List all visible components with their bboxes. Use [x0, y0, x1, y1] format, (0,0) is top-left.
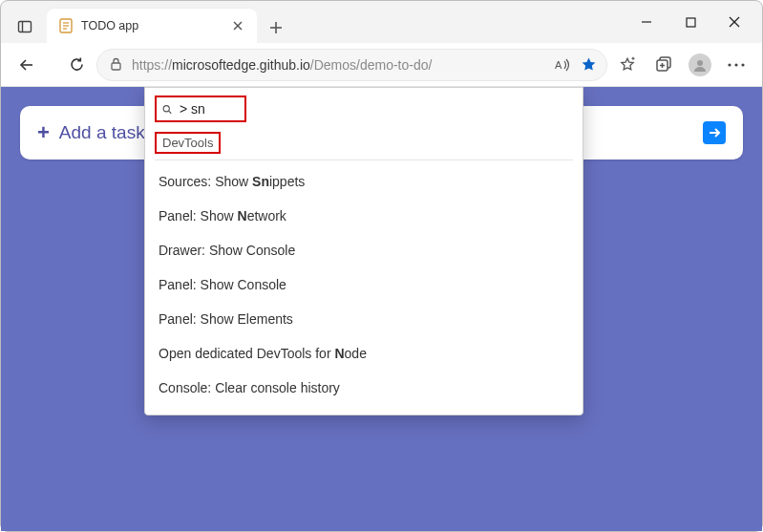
browser-toolbar: https://microsoftedge.github.io/Demos/de…	[1, 43, 762, 87]
tab-close-button[interactable]	[228, 16, 247, 35]
svg-text:A: A	[555, 59, 562, 71]
browser-window: TODO app https://microsoftedge.gith	[0, 0, 763, 532]
window-close-button[interactable]	[712, 7, 756, 37]
svg-point-22	[697, 60, 703, 66]
back-button[interactable]	[9, 49, 45, 81]
command-item[interactable]: Panel: Show Console	[155, 267, 573, 302]
refresh-icon	[69, 56, 85, 73]
command-section-label: DevTools	[155, 132, 221, 154]
add-task-label: Add a task	[59, 122, 145, 143]
separator	[155, 160, 573, 160]
svg-line-28	[169, 111, 172, 114]
refresh-button[interactable]	[58, 49, 95, 81]
lock-icon	[107, 57, 124, 72]
titlebar: TODO app	[1, 1, 762, 43]
svg-point-27	[163, 105, 169, 111]
minimize-icon	[641, 16, 652, 28]
page-viewport: + Add a task DevTools Sources: Show Snip…	[1, 87, 762, 531]
more-button[interactable]	[718, 49, 754, 81]
minimize-button[interactable]	[625, 7, 668, 37]
url-path: /Demos/demo-to-do/	[310, 57, 433, 73]
command-search-input[interactable]	[180, 101, 239, 117]
collections-button[interactable]	[646, 49, 682, 81]
star-filled-icon	[581, 56, 597, 73]
avatar-icon	[689, 53, 711, 76]
svg-point-23	[728, 63, 731, 66]
browser-tab[interactable]: TODO app	[47, 9, 257, 43]
command-item[interactable]: Panel: Show Elements	[155, 302, 573, 336]
address-bar-actions: A	[555, 56, 597, 73]
svg-rect-15	[112, 63, 120, 70]
command-item[interactable]: Console: Clear console history	[155, 371, 573, 405]
command-list: Sources: Show SnippetsPanel: Show Networ…	[155, 164, 573, 405]
close-icon	[729, 16, 740, 28]
url-host: microsoftedge.github.io	[172, 57, 310, 73]
tab-actions-icon	[17, 19, 32, 34]
address-bar[interactable]: https://microsoftedge.github.io/Demos/de…	[96, 49, 607, 81]
url-scheme: https://	[132, 57, 172, 73]
tab-favicon	[58, 18, 74, 33]
svg-rect-11	[687, 18, 695, 27]
add-task-button[interactable]: + Add a task	[37, 120, 145, 145]
favorites-button[interactable]	[609, 49, 646, 81]
plus-icon	[269, 21, 283, 34]
new-tab-button[interactable]	[261, 12, 291, 43]
command-item[interactable]: Sources: Show Snippets	[155, 164, 573, 199]
svg-point-25	[741, 63, 744, 66]
plus-icon: +	[37, 120, 50, 145]
favorite-button[interactable]	[581, 56, 597, 73]
close-icon	[233, 21, 243, 31]
dots-horizontal-icon	[728, 63, 745, 67]
command-item[interactable]: Open dedicated DevTools for Node	[155, 336, 573, 371]
maximize-button[interactable]	[668, 7, 712, 37]
submit-task-button[interactable]	[703, 121, 726, 144]
svg-point-24	[734, 63, 737, 66]
profile-button[interactable]	[682, 49, 718, 81]
back-arrow-icon	[18, 56, 35, 74]
command-search-highlight	[155, 96, 246, 122]
collections-icon	[655, 56, 672, 74]
read-aloud-button[interactable]: A	[555, 57, 571, 73]
window-controls	[625, 1, 756, 43]
star-plus-icon	[619, 56, 636, 74]
toolbar-right	[609, 49, 754, 81]
command-item[interactable]: Panel: Show Network	[155, 199, 573, 233]
tab-actions-button[interactable]	[9, 11, 41, 43]
address-text: https://microsoftedge.github.io/Demos/de…	[132, 57, 547, 73]
arrow-right-icon	[708, 126, 721, 139]
command-menu: DevTools Sources: Show SnippetsPanel: Sh…	[144, 87, 583, 415]
search-icon	[162, 103, 172, 116]
command-item[interactable]: Drawer: Show Console	[155, 233, 573, 267]
maximize-icon	[686, 17, 696, 28]
read-aloud-icon: A	[555, 57, 571, 73]
tab-title: TODO app	[81, 19, 221, 32]
svg-rect-0	[19, 22, 32, 32]
